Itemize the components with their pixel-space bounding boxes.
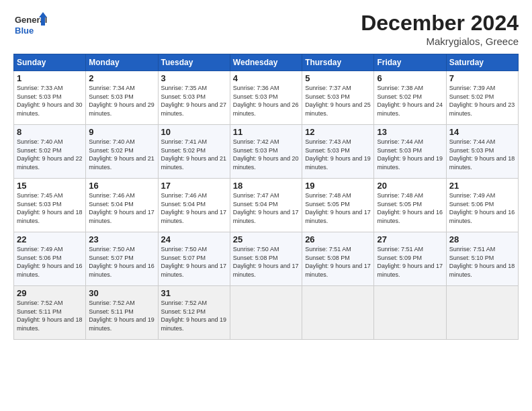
day-number: 8 [17, 127, 83, 137]
calendar-cell: 5 Sunrise: 7:37 AM Sunset: 5:03 PM Dayli… [302, 71, 374, 125]
day-number: 4 [233, 73, 299, 83]
calendar-cell: 30 Sunrise: 7:52 AM Sunset: 5:11 PM Dayl… [86, 286, 158, 340]
day-info: Sunrise: 7:45 AM Sunset: 5:03 PM Dayligh… [17, 191, 83, 225]
calendar-cell: 29 Sunrise: 7:52 AM Sunset: 5:11 PM Dayl… [14, 286, 86, 340]
calendar-cell: 10 Sunrise: 7:41 AM Sunset: 5:02 PM Dayl… [158, 125, 230, 179]
day-number: 9 [89, 127, 154, 137]
day-number: 30 [89, 288, 154, 298]
calendar-cell: 2 Sunrise: 7:34 AM Sunset: 5:03 PM Dayli… [86, 71, 158, 125]
day-number: 20 [377, 181, 443, 191]
day-number: 6 [377, 73, 443, 83]
day-number: 28 [449, 234, 515, 244]
day-info: Sunrise: 7:49 AM Sunset: 5:06 PM Dayligh… [449, 191, 515, 225]
calendar-cell: 18 Sunrise: 7:47 AM Sunset: 5:04 PM Dayl… [230, 179, 302, 232]
calendar-week-row: 15 Sunrise: 7:45 AM Sunset: 5:03 PM Dayl… [14, 179, 519, 232]
day-number: 23 [89, 234, 154, 244]
calendar-cell: 24 Sunrise: 7:50 AM Sunset: 5:07 PM Dayl… [158, 232, 230, 286]
day-number: 22 [17, 234, 83, 244]
day-info: Sunrise: 7:46 AM Sunset: 5:04 PM Dayligh… [89, 191, 154, 225]
day-info: Sunrise: 7:38 AM Sunset: 5:02 PM Dayligh… [377, 84, 443, 118]
calendar-cell: 3 Sunrise: 7:35 AM Sunset: 5:03 PM Dayli… [158, 71, 230, 125]
day-number: 10 [161, 127, 227, 137]
calendar-week-row: 1 Sunrise: 7:33 AM Sunset: 5:03 PM Dayli… [14, 71, 519, 125]
day-info: Sunrise: 7:51 AM Sunset: 5:10 PM Dayligh… [449, 245, 515, 279]
day-info: Sunrise: 7:46 AM Sunset: 5:04 PM Dayligh… [161, 191, 227, 225]
day-number: 5 [305, 73, 371, 83]
calendar-cell: 21 Sunrise: 7:49 AM Sunset: 5:06 PM Dayl… [446, 179, 518, 232]
day-number: 18 [233, 181, 299, 191]
day-number: 27 [377, 234, 443, 244]
calendar-cell: 14 Sunrise: 7:44 AM Sunset: 5:03 PM Dayl… [446, 125, 518, 179]
day-number: 13 [377, 127, 443, 137]
day-number: 3 [161, 73, 227, 83]
calendar-table: SundayMondayTuesdayWednesdayThursdayFrid… [13, 54, 519, 340]
day-number: 7 [449, 73, 515, 83]
day-number: 17 [161, 181, 227, 191]
calendar-cell: 26 Sunrise: 7:51 AM Sunset: 5:08 PM Dayl… [302, 232, 374, 286]
day-number: 26 [305, 234, 371, 244]
day-info: Sunrise: 7:47 AM Sunset: 5:04 PM Dayligh… [233, 191, 299, 225]
calendar-cell: 31 Sunrise: 7:52 AM Sunset: 5:12 PM Dayl… [158, 286, 230, 340]
day-info: Sunrise: 7:50 AM Sunset: 5:07 PM Dayligh… [89, 245, 154, 279]
calendar-week-row: 8 Sunrise: 7:40 AM Sunset: 5:02 PM Dayli… [14, 125, 519, 179]
day-info: Sunrise: 7:52 AM Sunset: 5:12 PM Dayligh… [161, 299, 227, 332]
calendar-cell: 11 Sunrise: 7:42 AM Sunset: 5:03 PM Dayl… [230, 125, 302, 179]
day-info: Sunrise: 7:35 AM Sunset: 5:03 PM Dayligh… [161, 84, 227, 118]
location: Makrygialos, Greece [361, 36, 519, 47]
day-info: Sunrise: 7:51 AM Sunset: 5:09 PM Dayligh… [377, 245, 443, 279]
logo-svg: General Blue [13, 11, 47, 40]
day-info: Sunrise: 7:48 AM Sunset: 5:05 PM Dayligh… [305, 191, 371, 225]
calendar-cell: 16 Sunrise: 7:46 AM Sunset: 5:04 PM Dayl… [86, 179, 158, 232]
calendar-cell: 6 Sunrise: 7:38 AM Sunset: 5:02 PM Dayli… [374, 71, 446, 125]
calendar-cell: 9 Sunrise: 7:40 AM Sunset: 5:02 PM Dayli… [86, 125, 158, 179]
logo: General Blue [13, 11, 47, 40]
day-info: Sunrise: 7:43 AM Sunset: 5:03 PM Dayligh… [305, 138, 371, 171]
logo-area: General Blue [13, 11, 47, 40]
day-info: Sunrise: 7:51 AM Sunset: 5:08 PM Dayligh… [305, 245, 371, 279]
calendar-cell: 27 Sunrise: 7:51 AM Sunset: 5:09 PM Dayl… [374, 232, 446, 286]
day-number: 2 [89, 73, 154, 83]
day-number: 15 [17, 181, 83, 191]
calendar-cell [446, 286, 518, 340]
calendar-cell: 1 Sunrise: 7:33 AM Sunset: 5:03 PM Dayli… [14, 71, 86, 125]
calendar-cell: 17 Sunrise: 7:46 AM Sunset: 5:04 PM Dayl… [158, 179, 230, 232]
day-info: Sunrise: 7:52 AM Sunset: 5:11 PM Dayligh… [17, 299, 83, 332]
calendar-header-row: SundayMondayTuesdayWednesdayThursdayFrid… [14, 54, 519, 71]
calendar-week-row: 22 Sunrise: 7:49 AM Sunset: 5:06 PM Dayl… [14, 232, 519, 286]
day-number: 1 [17, 73, 83, 83]
month-title: December 2024 [361, 11, 519, 36]
svg-text:Blue: Blue [15, 26, 34, 36]
day-info: Sunrise: 7:40 AM Sunset: 5:02 PM Dayligh… [89, 138, 154, 171]
calendar-cell: 8 Sunrise: 7:40 AM Sunset: 5:02 PM Dayli… [14, 125, 86, 179]
day-info: Sunrise: 7:33 AM Sunset: 5:03 PM Dayligh… [17, 84, 83, 118]
page: General Blue December 2024 Makrygialos, … [0, 0, 532, 411]
day-info: Sunrise: 7:39 AM Sunset: 5:02 PM Dayligh… [449, 84, 515, 118]
header: General Blue December 2024 Makrygialos, … [13, 11, 519, 47]
day-info: Sunrise: 7:34 AM Sunset: 5:03 PM Dayligh… [89, 84, 154, 118]
day-info: Sunrise: 7:36 AM Sunset: 5:03 PM Dayligh… [233, 84, 299, 118]
day-number: 21 [449, 181, 515, 191]
day-info: Sunrise: 7:52 AM Sunset: 5:11 PM Dayligh… [89, 299, 154, 332]
day-number: 29 [17, 288, 83, 298]
day-number: 25 [233, 234, 299, 244]
day-number: 24 [161, 234, 227, 244]
calendar-header-saturday: Saturday [446, 54, 518, 71]
day-info: Sunrise: 7:41 AM Sunset: 5:02 PM Dayligh… [161, 138, 227, 171]
day-info: Sunrise: 7:44 AM Sunset: 5:03 PM Dayligh… [377, 138, 443, 171]
calendar-cell: 23 Sunrise: 7:50 AM Sunset: 5:07 PM Dayl… [86, 232, 158, 286]
day-info: Sunrise: 7:49 AM Sunset: 5:06 PM Dayligh… [17, 245, 83, 279]
calendar-header-tuesday: Tuesday [158, 54, 230, 71]
day-info: Sunrise: 7:50 AM Sunset: 5:07 PM Dayligh… [161, 245, 227, 279]
calendar-header-thursday: Thursday [302, 54, 374, 71]
calendar-cell: 19 Sunrise: 7:48 AM Sunset: 5:05 PM Dayl… [302, 179, 374, 232]
day-info: Sunrise: 7:37 AM Sunset: 5:03 PM Dayligh… [305, 84, 371, 118]
calendar-cell: 15 Sunrise: 7:45 AM Sunset: 5:03 PM Dayl… [14, 179, 86, 232]
day-info: Sunrise: 7:42 AM Sunset: 5:03 PM Dayligh… [233, 138, 299, 171]
calendar-cell: 12 Sunrise: 7:43 AM Sunset: 5:03 PM Dayl… [302, 125, 374, 179]
calendar-cell: 25 Sunrise: 7:50 AM Sunset: 5:08 PM Dayl… [230, 232, 302, 286]
day-number: 11 [233, 127, 299, 137]
day-number: 19 [305, 181, 371, 191]
title-area: December 2024 Makrygialos, Greece [361, 11, 519, 47]
calendar-cell [374, 286, 446, 340]
day-number: 14 [449, 127, 515, 137]
